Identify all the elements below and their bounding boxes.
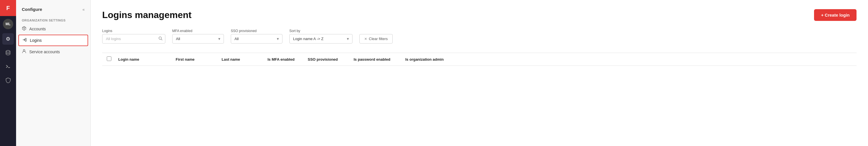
nav-sidebar: Configure « Organization settings Accoun… bbox=[16, 0, 91, 146]
avatar[interactable]: ML bbox=[3, 19, 13, 29]
sidebar-item-accounts[interactable]: Accounts bbox=[16, 23, 90, 35]
svg-point-0 bbox=[6, 50, 10, 52]
main-header: Logins management + Create login bbox=[102, 9, 857, 21]
collapse-button[interactable]: « bbox=[82, 7, 85, 12]
col-header-org-admin: Is organization admin bbox=[405, 57, 852, 62]
login-arrow-icon bbox=[22, 37, 27, 43]
select-all-checkbox-wrap bbox=[107, 57, 118, 62]
mfa-filter-label: MFA enabled bbox=[172, 29, 224, 33]
sso-filter-group: SSO provisioned All Yes No ▼ bbox=[231, 29, 282, 43]
person-icon bbox=[22, 49, 26, 55]
sort-select-wrap: Login name A -> Z Login name Z -> A Firs… bbox=[289, 34, 352, 43]
col-header-login-name: Login name bbox=[118, 57, 176, 62]
app-logo[interactable]: F bbox=[0, 0, 16, 16]
mfa-filter-group: MFA enabled All Yes No ▼ bbox=[172, 29, 224, 43]
create-login-button[interactable]: + Create login bbox=[814, 9, 857, 21]
sidebar-item-service-accounts-label: Service accounts bbox=[29, 49, 60, 54]
sort-filter-label: Sort by bbox=[289, 29, 352, 33]
svg-line-5 bbox=[161, 39, 162, 40]
mfa-enabled-select[interactable]: All Yes No bbox=[172, 34, 224, 43]
svg-point-3 bbox=[23, 49, 25, 51]
table-container: Login name First name Last name Is MFA e… bbox=[102, 53, 857, 66]
sort-filter-group: Sort by Login name A -> Z Login name Z -… bbox=[289, 29, 352, 43]
sso-provisioned-select[interactable]: All Yes No bbox=[231, 34, 282, 43]
col-header-last-name: Last name bbox=[222, 57, 268, 62]
sso-filter-label: SSO provisioned bbox=[231, 29, 282, 33]
logins-search-input[interactable] bbox=[102, 34, 165, 43]
sso-select-wrap: All Yes No ▼ bbox=[231, 34, 282, 43]
configure-title: Configure bbox=[22, 7, 42, 12]
logins-filter-label: Logins bbox=[102, 29, 165, 33]
x-icon: ✕ bbox=[364, 37, 367, 41]
col-header-sso-provisioned: SSO provisioned bbox=[308, 57, 353, 62]
logins-filter-group: Logins bbox=[102, 29, 165, 43]
logins-search-wrap bbox=[102, 34, 165, 43]
sidebar-item-service-accounts[interactable]: Service accounts bbox=[16, 46, 90, 58]
sidebar-item-logins-label: Logins bbox=[30, 38, 42, 43]
clear-filters-label: Clear filters bbox=[369, 37, 388, 41]
clear-filters-button[interactable]: ✕ Clear filters bbox=[360, 34, 393, 43]
database-icon[interactable] bbox=[2, 47, 14, 59]
settings-icon[interactable]: ⚙ bbox=[2, 33, 14, 45]
terminal-icon[interactable] bbox=[2, 61, 14, 72]
sort-by-select[interactable]: Login name A -> Z Login name Z -> A Firs… bbox=[289, 34, 352, 43]
select-all-checkbox[interactable] bbox=[107, 57, 112, 61]
table-header-row: Login name First name Last name Is MFA e… bbox=[102, 53, 857, 66]
configure-header: Configure « bbox=[16, 5, 90, 16]
page-title: Logins management bbox=[102, 10, 191, 20]
col-header-mfa-enabled: Is MFA enabled bbox=[268, 57, 308, 62]
cube-icon bbox=[22, 26, 26, 32]
icon-sidebar: F ML ⚙ bbox=[0, 0, 16, 146]
shield-icon[interactable] bbox=[2, 74, 14, 86]
col-header-password-enabled: Is password enabled bbox=[353, 57, 405, 62]
sidebar-item-accounts-label: Accounts bbox=[29, 27, 46, 31]
section-label: Organization settings bbox=[16, 16, 90, 23]
col-header-first-name: First name bbox=[176, 57, 222, 62]
search-icon bbox=[158, 36, 162, 41]
mfa-select-wrap: All Yes No ▼ bbox=[172, 34, 224, 43]
filters-row: Logins MFA enabled All Yes No bbox=[102, 29, 857, 43]
sidebar-item-logins[interactable]: Logins bbox=[19, 35, 88, 46]
main-content: Logins management + Create login Logins … bbox=[91, 0, 868, 146]
